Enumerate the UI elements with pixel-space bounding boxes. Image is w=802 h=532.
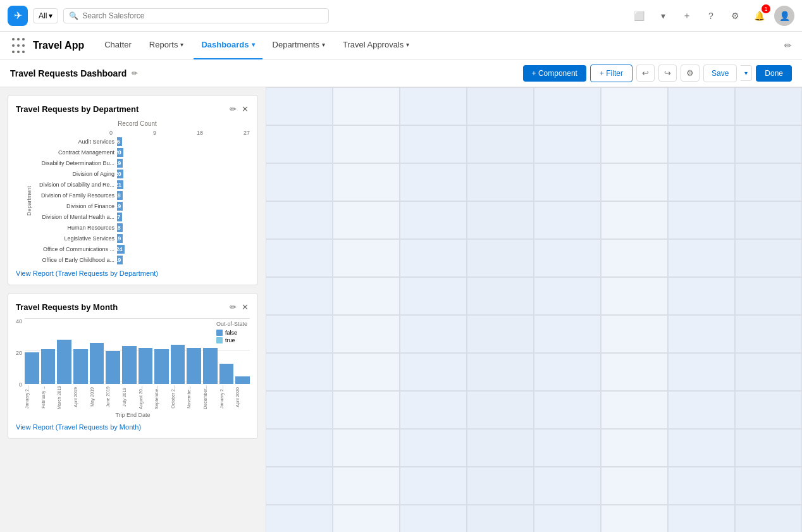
view-report-month-link[interactable]: View Report (Travel Requests by Month) [16, 423, 250, 431]
add-component-button[interactable]: + Component [523, 65, 586, 82]
grid-cell [534, 277, 601, 315]
add-icon[interactable]: ＋ [678, 7, 696, 25]
top-bar-right-actions: ⬜ ▾ ＋ ? ⚙ 🔔 1 👤 [630, 6, 794, 26]
grid-cell [266, 201, 333, 239]
grid-cell [400, 315, 467, 353]
grid-cell [601, 315, 668, 353]
grid-cell [400, 467, 467, 505]
grid-cell [467, 505, 534, 532]
grid-cell [467, 239, 534, 277]
grid-cell [400, 239, 467, 277]
grid-cell [333, 125, 400, 163]
grid-cell [735, 429, 802, 467]
bar-fill: 19 [117, 256, 123, 264]
grid-cell [735, 277, 802, 315]
grid-cell [266, 505, 333, 532]
bar-fill: 24 [117, 245, 125, 254]
grid-cell [601, 353, 668, 391]
waffle-menu[interactable] [10, 37, 28, 54]
grid-cell [534, 391, 601, 429]
chevron-down-icon: ▾ [49, 11, 52, 20]
grid-cell [601, 391, 668, 429]
grid-cell [400, 201, 467, 239]
grid-cell [333, 467, 400, 505]
bar-label: Office of Communications ... [32, 246, 114, 252]
grid-cell [400, 353, 467, 391]
grid-cell [400, 163, 467, 201]
month-chart-area: Out-of-State false true 40 20 [16, 318, 250, 418]
top-navigation-bar: ✈ All ▾ 🔍 ⬜ ▾ ＋ ? ⚙ 🔔 1 👤 [0, 0, 802, 32]
add-filter-button[interactable]: + Filter [590, 65, 632, 82]
grid-cell [333, 429, 400, 467]
done-button[interactable]: Done [756, 65, 792, 82]
undo-button[interactable]: ↩ [636, 65, 655, 82]
edit-month-widget-button[interactable]: ✏ [228, 301, 238, 313]
close-widget-button[interactable]: ✕ [240, 103, 250, 115]
list-item [171, 345, 185, 385]
search-input[interactable] [82, 11, 323, 20]
grid-cell [400, 277, 467, 315]
settings-cog-button[interactable]: ⚙ [681, 65, 700, 82]
save-dropdown-button[interactable]: ▾ [741, 65, 752, 81]
bar-fill: 17 [117, 213, 122, 221]
settings-icon[interactable]: ⚙ [726, 7, 744, 25]
widget-actions: ✏ ✕ [228, 103, 250, 115]
bar-track: 18 [117, 223, 125, 232]
table-row: Legislative Services19 [32, 234, 125, 243]
all-label: All [39, 11, 47, 20]
save-button[interactable]: Save [703, 65, 737, 82]
nav-edit-button[interactable]: ✏ [784, 40, 792, 51]
expand-icon[interactable]: ⬜ [630, 7, 648, 25]
nav-item-travel-approvals[interactable]: Travel Approvals ▾ [335, 32, 417, 59]
nav-item-departments[interactable]: Departments ▾ [265, 32, 333, 59]
grid-cell [467, 467, 534, 505]
bar-track: 19 [117, 234, 125, 243]
grid-cell [467, 163, 534, 201]
redo-button[interactable]: ↪ [658, 65, 677, 82]
user-avatar[interactable]: 👤 [774, 6, 794, 26]
x-axis-title: Trip End Date [16, 412, 250, 418]
grid-cell [333, 315, 400, 353]
grid-cell [735, 125, 802, 163]
bar-fill: 18 [117, 191, 123, 200]
view-report-department-link[interactable]: View Report (Travel Requests by Departme… [16, 269, 250, 277]
grid-cell [266, 239, 333, 277]
grid-cell [668, 163, 735, 201]
list-item [139, 348, 153, 385]
notification-bell[interactable]: 🔔 1 [750, 7, 768, 25]
list-item [90, 343, 104, 384]
dashboard-title-edit-button[interactable]: ✏ [132, 69, 138, 78]
chevron-down-icon: ▾ [406, 41, 409, 48]
grid-cell [735, 505, 802, 532]
x-label: Novembe... [187, 385, 201, 409]
table-row: Division of Finance19 [32, 202, 125, 211]
help-icon[interactable]: ? [702, 7, 720, 25]
list-item [73, 349, 88, 384]
nav-item-reports[interactable]: Reports ▾ [142, 32, 192, 59]
grid-cell [266, 163, 333, 201]
bar-track: 21 [117, 180, 125, 189]
search-scope-selector[interactable]: All ▾ [33, 8, 58, 23]
list-item [106, 351, 120, 385]
bar-track: 19 [117, 202, 125, 211]
x-tick-18: 18 [197, 130, 203, 136]
nav-item-chatter[interactable]: Chatter [97, 32, 139, 59]
bar-fill: 20 [117, 148, 123, 157]
x-label: October 2... [171, 385, 185, 409]
dashboard-title: Travel Requests Dashboard [10, 68, 126, 78]
month-chart-widget: Travel Requests by Month ✏ ✕ Out-of-Stat… [8, 293, 258, 439]
global-search-bar[interactable]: 🔍 [63, 8, 329, 23]
close-month-widget-button[interactable]: ✕ [240, 301, 250, 313]
x-label: August 20... [139, 385, 153, 409]
edit-widget-button[interactable]: ✏ [228, 103, 238, 115]
bar-label: Office of Early Childhood a... [32, 257, 114, 263]
grid-cell [534, 125, 601, 163]
grid-cell [333, 163, 400, 201]
dropdown-icon[interactable]: ▾ [654, 7, 672, 25]
grid-cell [333, 353, 400, 391]
table-row: Division of Mental Health a...17 [32, 213, 125, 221]
widget-header: Travel Requests by Department ✏ ✕ [16, 103, 250, 115]
bar-label: Division of Finance [32, 203, 114, 209]
nav-item-dashboards[interactable]: Dashboards ▾ [194, 32, 262, 59]
grid-cell [668, 239, 735, 277]
